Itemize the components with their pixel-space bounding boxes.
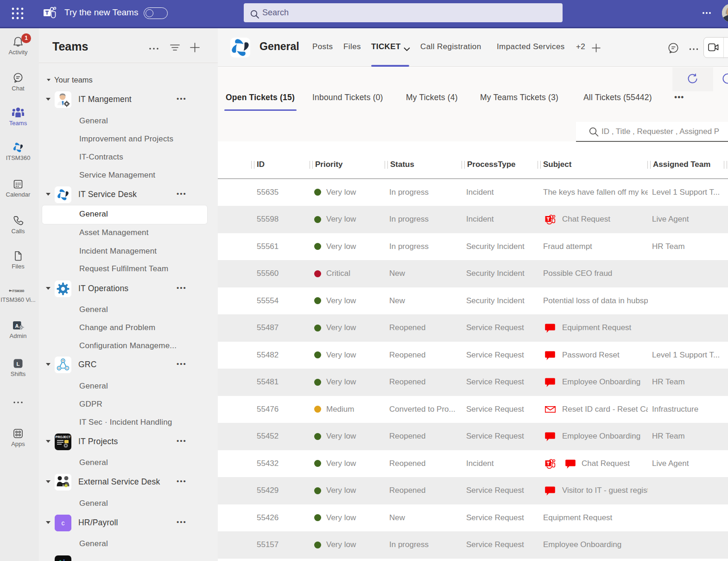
svg-text:A: A (15, 323, 19, 329)
svg-text:G: G (58, 367, 60, 370)
svg-text:PROJECT: PROJECT (55, 435, 71, 439)
svg-text:L: L (16, 361, 19, 367)
svg-text:ITSM360: ITSM360 (12, 289, 25, 293)
svg-text:c: c (62, 519, 65, 527)
